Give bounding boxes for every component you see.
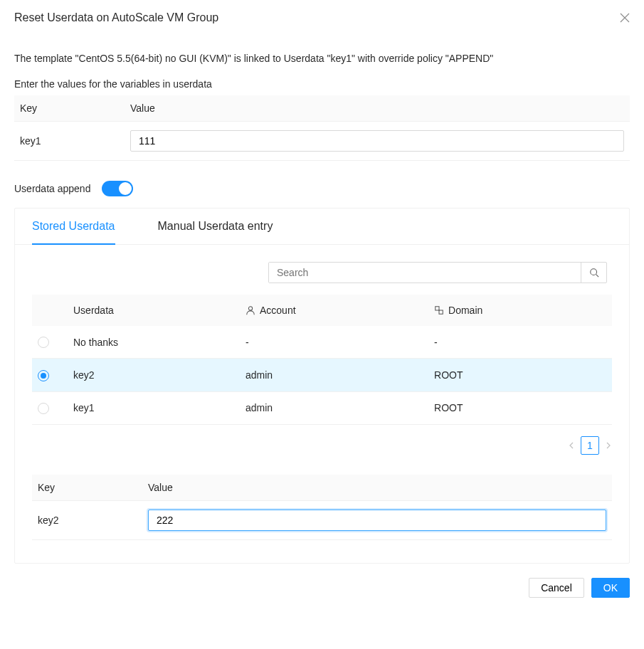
cell-domain: ROOT (428, 359, 612, 391)
row-radio[interactable] (38, 370, 49, 381)
row-radio[interactable] (38, 403, 49, 414)
userdata-append-row: Userdata append (14, 181, 630, 196)
userdata-append-switch[interactable] (102, 181, 133, 196)
col-domain: Domain (428, 295, 612, 326)
col-userdata: Userdata (68, 295, 240, 326)
tab-body: Userdata Account Domain (15, 245, 629, 563)
page-number[interactable]: 1 (581, 436, 599, 455)
svg-rect-2 (436, 307, 439, 310)
cell-userdata: No thanks (68, 326, 240, 359)
variables-row: key1 (14, 122, 630, 161)
tabs: Stored Userdata Manual Userdata entry (15, 209, 629, 245)
svg-point-0 (590, 269, 596, 275)
modal-footer: Cancel OK (14, 578, 630, 598)
selected-userdata-section: Key Value key2 (32, 475, 612, 540)
modal-title: Reset Userdata on AutoScale VM Group (14, 11, 218, 24)
selected-variable-value-input[interactable] (148, 510, 606, 531)
cancel-button[interactable]: Cancel (529, 578, 584, 598)
variables-table: Key Value key1 (14, 95, 630, 161)
selected-variables-table: Key Value key2 (32, 475, 612, 540)
userdata-table-wrap: Userdata Account Domain (32, 295, 612, 425)
ok-button[interactable]: OK (591, 578, 630, 598)
variables-label: Enter the values for the variables in us… (14, 78, 630, 90)
cell-userdata: key1 (68, 391, 240, 424)
col-account: Account (240, 295, 428, 326)
modal-header: Reset Userdata on AutoScale VM Group (14, 11, 630, 36)
cell-domain: ROOT (428, 391, 612, 424)
col-value: Value (142, 475, 612, 501)
col-key: Key (14, 95, 125, 122)
col-key: Key (32, 475, 142, 501)
search-icon (589, 268, 599, 278)
variable-key: key1 (14, 122, 125, 161)
chevron-left-icon[interactable] (568, 442, 575, 449)
domain-icon (434, 305, 444, 315)
tab-manual-userdata[interactable]: Manual Userdata entry (158, 209, 273, 244)
table-row[interactable]: key2 admin ROOT (32, 359, 612, 391)
row-radio[interactable] (38, 337, 49, 348)
selected-variable-key: key2 (32, 500, 142, 539)
user-icon (246, 305, 255, 315)
cell-account: - (240, 326, 428, 359)
userdata-append-label: Userdata append (14, 183, 90, 194)
tab-stored-userdata[interactable]: Stored Userdata (32, 209, 115, 244)
search-button[interactable] (581, 263, 606, 283)
col-select (32, 295, 68, 326)
search-input[interactable] (269, 263, 581, 283)
table-row[interactable]: No thanks - - (32, 326, 612, 359)
close-icon[interactable] (620, 13, 630, 23)
cell-account: admin (240, 391, 428, 424)
cell-account: admin (240, 359, 428, 391)
cell-userdata: key2 (68, 359, 240, 391)
table-row[interactable]: key1 admin ROOT (32, 391, 612, 424)
svg-rect-3 (439, 310, 443, 314)
chevron-right-icon[interactable] (605, 442, 612, 449)
search-row (32, 262, 612, 283)
userdata-card: Stored Userdata Manual Userdata entry (14, 208, 630, 564)
modal: Reset Userdata on AutoScale VM Group The… (0, 0, 644, 612)
selected-variable-row: key2 (32, 500, 612, 539)
svg-point-1 (248, 307, 252, 310)
col-value: Value (125, 95, 630, 122)
variable-value-input[interactable] (130, 130, 624, 152)
template-info-text: The template "CentOS 5.5(64-bit) no GUI … (14, 53, 630, 64)
cell-domain: - (428, 326, 612, 359)
userdata-table: Userdata Account Domain (32, 295, 612, 425)
search-input-wrap (268, 262, 607, 283)
pagination: 1 (32, 436, 612, 455)
